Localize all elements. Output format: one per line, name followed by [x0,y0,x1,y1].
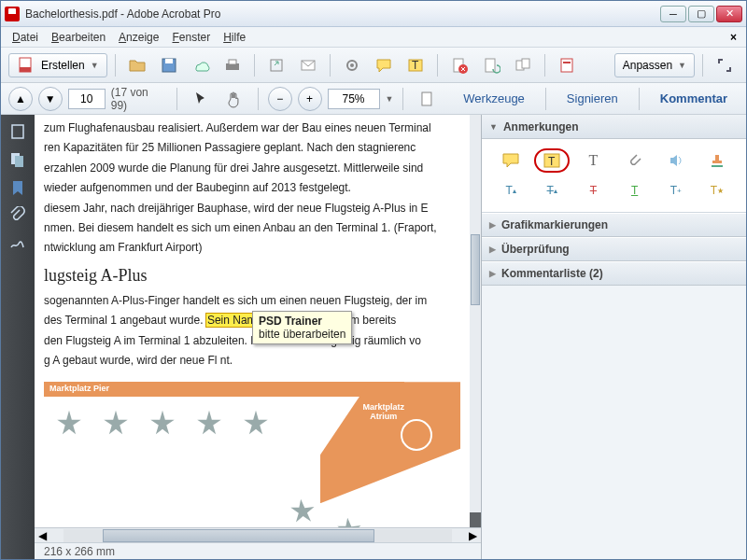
svg-rect-17 [561,59,572,72]
replace-text-tool[interactable]: T▴ [534,178,570,203]
share-button[interactable] [262,53,290,77]
insert-text-tool[interactable]: T▴ [493,178,529,203]
svg-rect-25 [712,165,723,167]
attachments-icon[interactable] [8,206,27,225]
cloud-button[interactable] [187,53,215,77]
tab-sign[interactable]: Signieren [556,88,629,109]
svg-text:T: T [548,155,556,168]
email-button[interactable] [294,53,322,77]
zoom-out-button[interactable]: − [268,87,292,111]
customize-button[interactable]: Anpassen▼ [614,53,695,77]
svg-rect-19 [422,92,431,105]
combine-icon [514,56,532,75]
envelope-icon [299,56,317,75]
menu-bearbeiten[interactable]: Bearbeiten [46,29,111,46]
text-correction-tool[interactable]: T★ [699,178,735,203]
share-icon [267,56,286,75]
rotate-page-icon [482,56,500,75]
plane-icon [193,408,225,440]
expand-icon [715,56,734,75]
print-button[interactable] [218,53,247,77]
tab-tools[interactable]: Werkzeuge [452,88,536,109]
close-button[interactable]: ✕ [716,6,742,22]
status-bar: 216 x 266 mm [35,542,481,559]
form-button[interactable] [553,53,581,77]
printer-icon [223,56,242,75]
audio-tool[interactable] [658,148,694,173]
page-number-input[interactable] [68,89,106,109]
combine-button[interactable] [509,53,537,77]
next-page-button[interactable]: ▼ [38,87,63,111]
menu-fenster[interactable]: Fenster [166,29,216,46]
menu-hilfe[interactable]: Hilfe [218,29,251,46]
edit-text-button[interactable] [338,53,366,77]
pdf-create-icon [17,56,35,75]
cursor-icon [191,90,210,108]
fullscreen-button[interactable] [711,53,739,77]
annotation-tooltip: PSD Trainer bitte überarbeiten [252,311,352,344]
horizontal-scrollbar[interactable]: ◀▶ [35,527,481,542]
signatures-icon[interactable] [8,234,27,253]
cloud-icon [191,56,210,75]
delete-page-icon [450,56,469,75]
plane-icon [327,508,372,527]
document-page[interactable]: zum Flughafenausbau realisiert. Außerdem… [35,115,470,527]
speech-bubble-icon [501,152,520,169]
app-icon [5,7,20,21]
zoom-input[interactable] [328,89,380,109]
thumbnails-icon[interactable] [8,122,27,141]
highlight-button[interactable]: T [402,53,430,77]
graphics-section[interactable]: ▶Grafikmarkierungen [482,213,746,237]
plane-icon [53,408,85,440]
stamp-tool[interactable] [699,148,735,173]
view-options[interactable] [413,87,441,111]
svg-rect-3 [165,59,173,63]
plane-icon [100,408,132,440]
gear-icon [343,56,361,75]
diagram: Marktplatz Pier MarktplatzAtrium ktplatz… [44,374,460,527]
select-tool[interactable] [187,87,215,111]
svg-rect-5 [229,60,236,64]
attach-tool[interactable] [617,148,653,173]
strikethrough-tool[interactable]: T [575,178,611,203]
menu-datei[interactable]: Datei [7,29,44,46]
bookmarks-icon[interactable] [8,178,27,197]
create-button[interactable]: Erstellen ▼ [8,53,107,77]
comment-list-section[interactable]: ▶Kommentarliste (2) [482,261,746,286]
sticky-note-tool[interactable] [493,148,529,173]
underline-tool[interactable]: T [617,178,653,203]
text-tool[interactable]: T [575,148,611,173]
menu-close[interactable]: × [726,31,740,44]
svg-rect-20 [12,125,23,138]
form-icon [557,56,576,75]
rotate-button[interactable] [477,53,505,77]
svg-rect-22 [15,156,23,167]
paperclip-icon [627,152,643,169]
open-button[interactable] [123,53,151,77]
note-button[interactable] [370,53,398,77]
zoom-in-button[interactable]: + [298,87,322,111]
review-section[interactable]: ▶Überprüfung [482,237,746,261]
hand-icon [225,90,244,108]
folder-open-icon [128,56,147,75]
delete-button[interactable] [445,53,473,77]
vertical-scrollbar[interactable] [470,115,481,512]
highlight-tool[interactable]: T [534,148,570,173]
page-view-icon [417,90,436,108]
minimize-button[interactable]: ─ [660,6,686,22]
page-count: (17 von 99) [111,86,167,112]
menu-anzeige[interactable]: Anzeige [113,29,164,46]
pages-icon[interactable] [8,150,27,169]
maximize-button[interactable]: ▢ [688,6,714,22]
annotations-section[interactable]: ▼Anmerkungen [482,115,746,139]
tab-comment[interactable]: Kommentar [649,88,739,109]
stamp-icon [709,152,726,169]
add-note-text-tool[interactable]: T+ [658,178,694,203]
window-title: Bachelorthesis.pdf - Adobe Acrobat Pro [25,7,660,21]
svg-rect-16 [522,59,529,68]
svg-point-9 [350,63,354,67]
hand-tool[interactable] [220,87,248,111]
prev-page-button[interactable]: ▲ [8,87,33,111]
save-button[interactable] [155,53,183,77]
speaker-icon [668,152,684,169]
